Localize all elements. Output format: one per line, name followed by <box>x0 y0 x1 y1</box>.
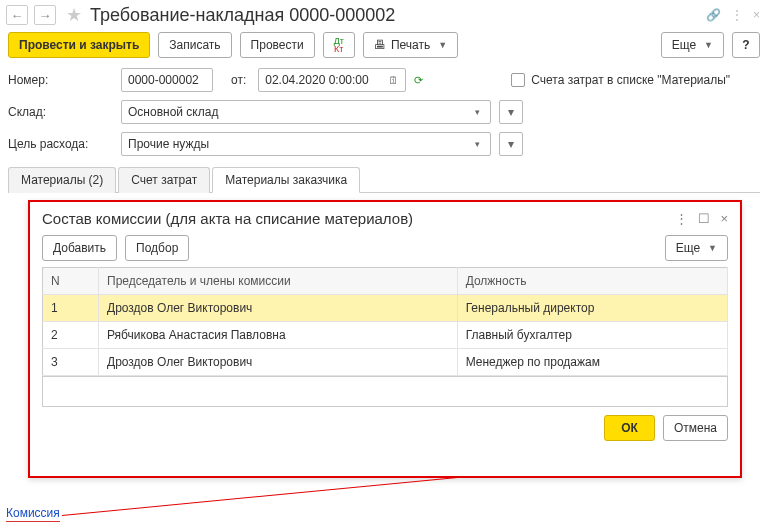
cell-member: Рябчикова Анастасия Павловна <box>99 322 458 349</box>
tab-customer-materials[interactable]: Материалы заказчика <box>212 167 360 193</box>
more-label: Еще <box>672 38 696 52</box>
warehouse-value: Основной склад <box>128 105 471 119</box>
col-n-header[interactable]: N <box>43 268 99 295</box>
cell-n: 2 <box>43 322 99 349</box>
cell-role: Менеджер по продажам <box>457 349 727 376</box>
tabs: Материалы (2) Счет затрат Материалы зака… <box>8 166 760 193</box>
table-empty-area <box>42 377 728 407</box>
col-member-header[interactable]: Председатель и члены комиссии <box>99 268 458 295</box>
favorite-star-icon[interactable]: ★ <box>66 4 82 26</box>
chevron-down-icon: ▼ <box>708 243 717 253</box>
purpose-row: Цель расхода: Прочие нужды ▾ ▾ <box>0 128 768 160</box>
printer-icon: 🖶 <box>374 38 386 52</box>
titlebar: ← → ★ Требование-накладная 0000-000002 🔗… <box>0 0 768 28</box>
cell-n: 3 <box>43 349 99 376</box>
link-icon[interactable]: 🔗 <box>706 8 721 22</box>
number-label: Номер: <box>8 73 113 87</box>
nav-back-button[interactable]: ← <box>6 5 28 25</box>
main-toolbar: Провести и закрыть Записать Провести ДтК… <box>0 28 768 64</box>
chevron-down-icon[interactable]: ▾ <box>471 139 484 149</box>
page-title: Требование-накладная 0000-000002 <box>90 5 700 26</box>
cell-n: 1 <box>43 295 99 322</box>
help-button[interactable]: ? <box>732 32 760 58</box>
table-row[interactable]: 2 Рябчикова Анастасия Павловна Главный б… <box>43 322 728 349</box>
purpose-field[interactable]: Прочие нужды ▾ <box>121 132 491 156</box>
cost-accounts-label: Счета затрат в списке "Материалы" <box>531 73 730 87</box>
date-value: 02.04.2020 0:00:00 <box>265 73 368 87</box>
warehouse-open-button[interactable]: ▾ <box>499 100 523 124</box>
more-button[interactable]: Еще ▼ <box>661 32 724 58</box>
commission-dialog: Состав комиссии (для акта на списание ма… <box>28 200 742 478</box>
dialog-maximize-icon[interactable]: ☐ <box>698 211 710 226</box>
close-icon[interactable]: × <box>753 8 760 22</box>
table-row[interactable]: 3 Дроздов Олег Викторович Менеджер по пр… <box>43 349 728 376</box>
dialog-more-label: Еще <box>676 241 700 255</box>
dtkt-icon: ДтКт <box>334 37 344 53</box>
chevron-down-icon: ▼ <box>438 40 447 50</box>
purpose-open-button[interactable]: ▾ <box>499 132 523 156</box>
table-row[interactable]: 1 Дроздов Олег Викторович Генеральный ди… <box>43 295 728 322</box>
post-and-close-button[interactable]: Провести и закрыть <box>8 32 150 58</box>
pick-button[interactable]: Подбор <box>125 235 189 261</box>
warehouse-label: Склад: <box>8 105 113 119</box>
purpose-label: Цель расхода: <box>8 137 113 151</box>
date-field[interactable]: 02.04.2020 0:00:00 🗓 <box>258 68 406 92</box>
commission-link[interactable]: Комиссия <box>6 506 60 522</box>
dialog-close-icon[interactable]: × <box>720 211 728 226</box>
kebab-menu-icon[interactable]: ⋮ <box>731 8 743 22</box>
tab-materials[interactable]: Материалы (2) <box>8 167 116 193</box>
add-button[interactable]: Добавить <box>42 235 117 261</box>
dialog-kebab-icon[interactable]: ⋮ <box>675 211 688 226</box>
cancel-button[interactable]: Отмена <box>663 415 728 441</box>
chevron-down-icon[interactable]: ▾ <box>471 107 484 117</box>
from-label: от: <box>231 73 246 87</box>
cell-member: Дроздов Олег Викторович <box>99 295 458 322</box>
tab-cost-account[interactable]: Счет затрат <box>118 167 210 193</box>
calendar-icon[interactable]: 🗓 <box>388 74 399 86</box>
nav-forward-button[interactable]: → <box>34 5 56 25</box>
ok-button[interactable]: ОК <box>604 415 655 441</box>
write-button[interactable]: Записать <box>158 32 231 58</box>
dialog-title: Состав комиссии (для акта на списание ма… <box>42 210 675 227</box>
dtkt-button[interactable]: ДтКт <box>323 32 355 58</box>
refresh-icon[interactable]: ⟳ <box>414 74 423 87</box>
number-field[interactable]: 0000-000002 <box>121 68 213 92</box>
dialog-more-button[interactable]: Еще ▼ <box>665 235 728 261</box>
warehouse-row: Склад: Основной склад ▾ ▾ <box>0 96 768 128</box>
commission-table: N Председатель и члены комиссии Должност… <box>42 267 728 376</box>
chevron-down-icon: ▼ <box>704 40 713 50</box>
purpose-value: Прочие нужды <box>128 137 471 151</box>
cell-member: Дроздов Олег Викторович <box>99 349 458 376</box>
warehouse-field[interactable]: Основной склад ▾ <box>121 100 491 124</box>
print-button[interactable]: 🖶 Печать ▼ <box>363 32 458 58</box>
cell-role: Главный бухгалтер <box>457 322 727 349</box>
number-row: Номер: 0000-000002 от: 02.04.2020 0:00:0… <box>0 64 768 96</box>
col-role-header[interactable]: Должность <box>457 268 727 295</box>
cost-accounts-checkbox[interactable] <box>511 73 525 87</box>
pointer-line <box>62 477 460 516</box>
post-button[interactable]: Провести <box>240 32 315 58</box>
cell-role: Генеральный директор <box>457 295 727 322</box>
print-label: Печать <box>391 38 430 52</box>
